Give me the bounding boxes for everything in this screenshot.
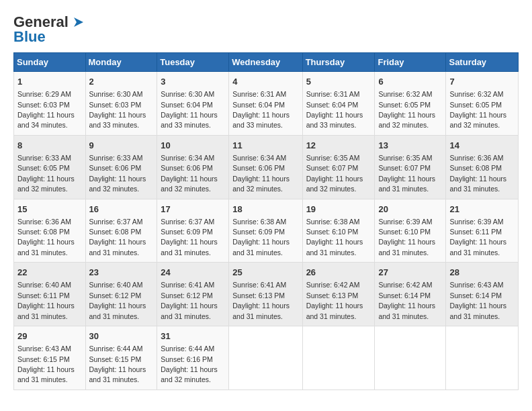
day-number: 7: [449, 76, 515, 88]
day-number: 3: [161, 76, 225, 88]
calendar-cell: [229, 326, 302, 390]
day-number: 23: [89, 267, 154, 279]
weekday-header: Saturday: [446, 53, 519, 72]
day-info: Sunrise: 6:35 AMSunset: 6:07 PMDaylight:…: [378, 154, 435, 193]
day-info: Sunrise: 6:33 AMSunset: 6:06 PMDaylight:…: [89, 154, 146, 193]
calendar-cell: 13 Sunrise: 6:35 AMSunset: 6:07 PMDaylig…: [375, 135, 446, 199]
calendar-cell: 12 Sunrise: 6:35 AMSunset: 6:07 PMDaylig…: [302, 135, 375, 199]
day-info: Sunrise: 6:35 AMSunset: 6:07 PMDaylight:…: [306, 154, 363, 193]
day-info: Sunrise: 6:42 AMSunset: 6:14 PMDaylight:…: [378, 281, 435, 320]
calendar-week-row: 22 Sunrise: 6:40 AMSunset: 6:11 PMDaylig…: [14, 263, 519, 326]
calendar-cell: 21 Sunrise: 6:39 AMSunset: 6:11 PMDaylig…: [446, 199, 519, 263]
day-number: 16: [89, 203, 154, 216]
calendar-cell: 22 Sunrise: 6:40 AMSunset: 6:11 PMDaylig…: [14, 263, 86, 326]
day-info: Sunrise: 6:42 AMSunset: 6:13 PMDaylight:…: [306, 281, 363, 320]
calendar-cell: 8 Sunrise: 6:33 AMSunset: 6:05 PMDayligh…: [14, 135, 86, 199]
day-number: 13: [378, 140, 442, 152]
day-info: Sunrise: 6:40 AMSunset: 6:12 PMDaylight:…: [89, 281, 146, 320]
calendar-cell: 28 Sunrise: 6:43 AMSunset: 6:14 PMDaylig…: [446, 263, 519, 326]
day-number: 12: [306, 140, 371, 152]
day-number: 25: [232, 267, 298, 279]
day-info: Sunrise: 6:30 AMSunset: 6:03 PMDaylight:…: [89, 90, 146, 129]
day-info: Sunrise: 6:43 AMSunset: 6:15 PMDaylight:…: [17, 345, 75, 383]
calendar-week-row: 8 Sunrise: 6:33 AMSunset: 6:05 PMDayligh…: [14, 135, 519, 199]
calendar-cell: 24 Sunrise: 6:41 AMSunset: 6:12 PMDaylig…: [157, 263, 229, 326]
day-info: Sunrise: 6:34 AMSunset: 6:06 PMDaylight:…: [161, 154, 218, 193]
calendar-cell: [302, 326, 375, 390]
day-info: Sunrise: 6:41 AMSunset: 6:12 PMDaylight:…: [161, 281, 218, 320]
day-info: Sunrise: 6:39 AMSunset: 6:11 PMDaylight:…: [449, 218, 506, 257]
calendar-cell: 20 Sunrise: 6:39 AMSunset: 6:10 PMDaylig…: [375, 199, 446, 263]
calendar-cell: 23 Sunrise: 6:40 AMSunset: 6:12 PMDaylig…: [85, 263, 157, 326]
day-info: Sunrise: 6:36 AMSunset: 6:08 PMDaylight:…: [17, 218, 75, 257]
calendar-header-row: SundayMondayTuesdayWednesdayThursdayFrid…: [14, 53, 519, 72]
calendar-week-row: 1 Sunrise: 6:29 AMSunset: 6:03 PMDayligh…: [14, 72, 519, 136]
calendar-week-row: 15 Sunrise: 6:36 AMSunset: 6:08 PMDaylig…: [14, 199, 519, 263]
day-number: 10: [161, 140, 225, 152]
day-number: 1: [17, 76, 82, 88]
day-number: 11: [232, 140, 298, 152]
day-number: 29: [17, 330, 82, 342]
day-number: 31: [161, 330, 225, 342]
calendar-cell: 4 Sunrise: 6:31 AMSunset: 6:04 PMDayligh…: [229, 72, 302, 136]
day-info: Sunrise: 6:36 AMSunset: 6:08 PMDaylight:…: [449, 154, 506, 193]
day-number: 21: [449, 203, 515, 216]
day-info: Sunrise: 6:37 AMSunset: 6:09 PMDaylight:…: [161, 218, 218, 257]
day-info: Sunrise: 6:44 AMSunset: 6:16 PMDaylight:…: [161, 345, 218, 383]
day-info: Sunrise: 6:37 AMSunset: 6:08 PMDaylight:…: [89, 218, 146, 257]
weekday-header: Thursday: [302, 53, 375, 72]
day-number: 26: [306, 267, 371, 279]
day-info: Sunrise: 6:32 AMSunset: 6:05 PMDaylight:…: [449, 90, 506, 129]
calendar-table: SundayMondayTuesdayWednesdayThursdayFrid…: [13, 52, 519, 390]
day-number: 24: [161, 267, 225, 279]
calendar-cell: 26 Sunrise: 6:42 AMSunset: 6:13 PMDaylig…: [302, 263, 375, 326]
logo-icon: [70, 15, 85, 30]
calendar-cell: 1 Sunrise: 6:29 AMSunset: 6:03 PMDayligh…: [14, 72, 86, 136]
weekday-header: Monday: [85, 53, 157, 72]
day-number: 15: [17, 203, 82, 216]
calendar-cell: 9 Sunrise: 6:33 AMSunset: 6:06 PMDayligh…: [85, 135, 157, 199]
day-number: 5: [306, 76, 371, 88]
day-info: Sunrise: 6:29 AMSunset: 6:03 PMDaylight:…: [17, 90, 75, 129]
day-number: 18: [232, 203, 298, 216]
day-number: 9: [89, 140, 154, 152]
calendar-cell: 3 Sunrise: 6:30 AMSunset: 6:04 PMDayligh…: [157, 72, 229, 136]
day-number: 4: [232, 76, 298, 88]
day-info: Sunrise: 6:31 AMSunset: 6:04 PMDaylight:…: [306, 90, 363, 129]
calendar-cell: 15 Sunrise: 6:36 AMSunset: 6:08 PMDaylig…: [14, 199, 86, 263]
day-number: 14: [449, 140, 515, 152]
day-number: 20: [378, 203, 442, 216]
weekday-header: Friday: [375, 53, 446, 72]
day-info: Sunrise: 6:33 AMSunset: 6:05 PMDaylight:…: [17, 154, 75, 193]
day-number: 17: [161, 203, 225, 216]
calendar-cell: 25 Sunrise: 6:41 AMSunset: 6:13 PMDaylig…: [229, 263, 302, 326]
calendar-cell: 2 Sunrise: 6:30 AMSunset: 6:03 PMDayligh…: [85, 72, 157, 136]
calendar-cell: 29 Sunrise: 6:43 AMSunset: 6:15 PMDaylig…: [14, 326, 86, 390]
logo: General Blue: [13, 13, 85, 46]
calendar-cell: 14 Sunrise: 6:36 AMSunset: 6:08 PMDaylig…: [446, 135, 519, 199]
calendar-cell: [375, 326, 446, 390]
day-number: 8: [17, 140, 82, 152]
weekday-header: Wednesday: [229, 53, 302, 72]
weekday-header: Sunday: [14, 53, 86, 72]
day-number: 30: [89, 330, 154, 342]
day-info: Sunrise: 6:38 AMSunset: 6:10 PMDaylight:…: [306, 218, 363, 257]
calendar-cell: [446, 326, 519, 390]
calendar-cell: 17 Sunrise: 6:37 AMSunset: 6:09 PMDaylig…: [157, 199, 229, 263]
calendar-cell: 27 Sunrise: 6:42 AMSunset: 6:14 PMDaylig…: [375, 263, 446, 326]
day-number: 28: [449, 267, 515, 279]
day-info: Sunrise: 6:32 AMSunset: 6:05 PMDaylight:…: [378, 90, 435, 129]
day-number: 27: [378, 267, 442, 279]
calendar-cell: 18 Sunrise: 6:38 AMSunset: 6:09 PMDaylig…: [229, 199, 302, 263]
calendar-cell: 30 Sunrise: 6:44 AMSunset: 6:15 PMDaylig…: [85, 326, 157, 390]
calendar-cell: 31 Sunrise: 6:44 AMSunset: 6:16 PMDaylig…: [157, 326, 229, 390]
page-header: General Blue: [13, 13, 519, 46]
calendar-cell: 10 Sunrise: 6:34 AMSunset: 6:06 PMDaylig…: [157, 135, 229, 199]
day-number: 19: [306, 203, 371, 216]
day-number: 6: [378, 76, 442, 88]
day-info: Sunrise: 6:30 AMSunset: 6:04 PMDaylight:…: [161, 90, 218, 129]
calendar-week-row: 29 Sunrise: 6:43 AMSunset: 6:15 PMDaylig…: [14, 326, 519, 390]
logo-blue: Blue: [13, 28, 46, 46]
calendar-cell: 16 Sunrise: 6:37 AMSunset: 6:08 PMDaylig…: [85, 199, 157, 263]
day-number: 22: [17, 267, 82, 279]
